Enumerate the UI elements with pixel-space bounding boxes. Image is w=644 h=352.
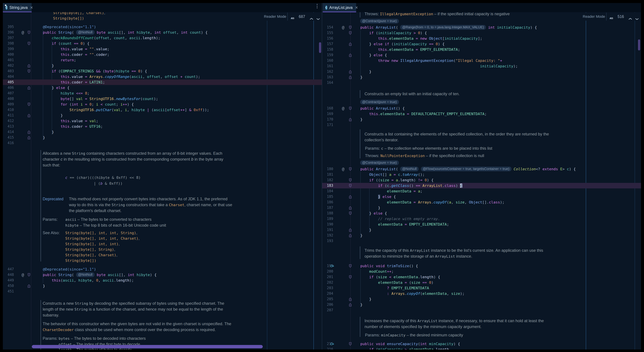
line-number[interactable]: 204: [324, 291, 333, 296]
tab-string-java[interactable]: C String.java ✕: [3, 3, 32, 12]
code-line[interactable]: for (int i = 0; i < count; i++) {: [34, 102, 134, 107]
code-line[interactable]: }: [352, 69, 371, 74]
editor-pane-arraylist-java[interactable]: Reader Mode ABC 516 Throws: IllegalArgum…: [322, 12, 641, 349]
line-number[interactable]: 161: [324, 63, 333, 69]
line-number[interactable]: 192: [324, 233, 333, 238]
line-number[interactable]: 409: [5, 102, 14, 107]
line-number[interactable]: 397: [5, 35, 14, 41]
code-line[interactable]: if (minCapacity > elementData.length: [352, 347, 449, 349]
fold-end-icon[interactable]: [28, 85, 30, 91]
fold-start-icon[interactable]: [28, 30, 30, 35]
pane-divider[interactable]: [322, 3, 322, 349]
code-line[interactable]: elementData = EMPTY_ELEMENTDATA;: [352, 222, 449, 227]
horizontal-scrollbar-thumb[interactable]: [32, 345, 263, 348]
code-line[interactable]: this(ascii, hibyte, 0, ascii.length);: [34, 278, 134, 283]
line-number[interactable]: 156: [324, 36, 333, 41]
inlay-hint-pill[interactable]: @Contract(pure = true): [360, 19, 399, 24]
line-number[interactable]: 183: [324, 183, 333, 189]
code-line[interactable]: } else {: [352, 52, 387, 58]
code-line[interactable]: ? EMPTY_ELEMENTDATA: [352, 285, 429, 291]
close-icon[interactable]: ✕: [355, 6, 358, 10]
code-line[interactable]: } else {: [352, 211, 387, 216]
annotation-gutter-icon[interactable]: @: [22, 30, 24, 35]
code-line[interactable]: }: [34, 283, 45, 289]
code-line[interactable]: if ((size = a.length) != 0) {: [352, 177, 434, 183]
fold-end-icon[interactable]: [28, 129, 30, 135]
annotation-gutter-icon[interactable]: @: [342, 106, 344, 111]
code-line[interactable]: public String( @NotNull byte ascii[], in…: [34, 272, 157, 278]
code-line[interactable]: if (COMPACT_STRINGS && (byte)hibyte == 0…: [34, 68, 147, 74]
line-number[interactable]: 408: [5, 96, 14, 102]
code-line[interactable]: this.elementData = new Object[initialCap…: [352, 36, 482, 41]
line-number[interactable]: 193: [324, 238, 333, 244]
code-line[interactable]: }: [34, 129, 54, 135]
line-number[interactable]: 163: [324, 74, 333, 80]
override-gutter-icon[interactable]: [330, 263, 334, 269]
inlay-hint-pill[interactable]: @Flow(sourceIsContainer = true, targetIs…: [421, 167, 512, 171]
annotation-gutter-icon[interactable]: @: [342, 25, 344, 30]
code-line[interactable]: this.value = Arrays.copyOfRange(ascii, o…: [34, 74, 200, 79]
line-number[interactable]: 186: [324, 200, 333, 205]
line-number[interactable]: 448: [5, 272, 14, 278]
line-number[interactable]: 403: [5, 68, 14, 74]
line-number[interactable]: 180: [324, 166, 333, 172]
fold-end-icon[interactable]: [349, 41, 352, 47]
line-number[interactable]: 407: [5, 91, 14, 96]
code-line[interactable]: }: [352, 233, 362, 238]
reader-mode-toggle[interactable]: Reader Mode: [583, 13, 605, 21]
line-number[interactable]: 450: [5, 283, 14, 289]
code-line[interactable]: this.coder = LATIN1;: [34, 79, 105, 85]
fold-start-icon[interactable]: [28, 41, 30, 46]
line-number[interactable]: 206: [324, 302, 333, 307]
line-number[interactable]: 170: [324, 117, 333, 122]
code-line[interactable]: public void ensureCapacity(int minCapaci…: [352, 341, 460, 347]
line-number[interactable]: 155: [324, 30, 333, 36]
line-number[interactable]: 190: [324, 222, 333, 227]
line-number[interactable]: 185: [324, 194, 333, 200]
fold-end-icon[interactable]: [349, 69, 352, 74]
line-number[interactable]: 187: [324, 205, 333, 211]
close-icon[interactable]: ✕: [30, 6, 33, 10]
line-number[interactable]: 158: [324, 47, 333, 52]
code-line[interactable]: hibyte <<= 8;: [34, 91, 89, 96]
line-number[interactable]: 399: [5, 46, 14, 52]
line-number[interactable]: 216: [324, 347, 333, 349]
fold-start-icon[interactable]: [349, 341, 352, 347]
line-number[interactable]: 402: [5, 63, 14, 68]
code-line[interactable]: }: [34, 113, 63, 118]
code-line[interactable]: } else if (initialCapacity == 0) {: [352, 41, 444, 47]
line-number[interactable]: 201: [324, 274, 333, 280]
line-number[interactable]: 401: [5, 57, 14, 63]
line-number[interactable]: 189: [324, 216, 333, 222]
line-number[interactable]: 181: [324, 172, 333, 177]
fold-end-icon[interactable]: [349, 227, 352, 233]
fold-end-icon[interactable]: [349, 302, 352, 307]
vertical-scrollbar-thumb[interactable]: [638, 39, 640, 51]
fold-start-icon[interactable]: [349, 177, 352, 183]
code-line[interactable]: initialCapacity);: [352, 63, 518, 69]
line-number[interactable]: 395: [5, 24, 14, 30]
line-number[interactable]: 207: [324, 307, 333, 313]
line-number[interactable]: 168: [324, 106, 333, 111]
code-line[interactable]: @Deprecated(since="1.1"): [34, 24, 96, 30]
line-number[interactable]: 416: [5, 140, 14, 146]
line-number[interactable]: 400: [5, 52, 14, 57]
code-line[interactable]: }: [352, 74, 362, 80]
line-number[interactable]: 449: [5, 278, 14, 283]
chevron-down-icon[interactable]: [316, 15, 320, 23]
line-number[interactable]: 396: [5, 30, 14, 35]
inlay-hint-pill[interactable]: @Range(from = 0, to = java.lang.Integer.…: [400, 25, 486, 30]
fold-end-icon[interactable]: [349, 233, 352, 238]
fold-start-icon[interactable]: [349, 274, 352, 280]
code-line[interactable]: // replace with empty array.: [352, 216, 440, 222]
code-line[interactable]: return;: [34, 57, 76, 63]
fold-start-icon[interactable]: [28, 272, 30, 278]
line-number[interactable]: 188: [324, 211, 333, 216]
code-line[interactable]: this.value = val;: [34, 118, 98, 124]
fold-start-icon[interactable]: [349, 25, 352, 30]
line-number[interactable]: 160: [324, 58, 333, 63]
fold-end-icon[interactable]: [28, 283, 30, 289]
code-line[interactable]: @Deprecated(since="1.1"): [34, 267, 96, 272]
fold-end-icon[interactable]: [28, 113, 30, 118]
line-number[interactable]: 398: [5, 41, 14, 46]
